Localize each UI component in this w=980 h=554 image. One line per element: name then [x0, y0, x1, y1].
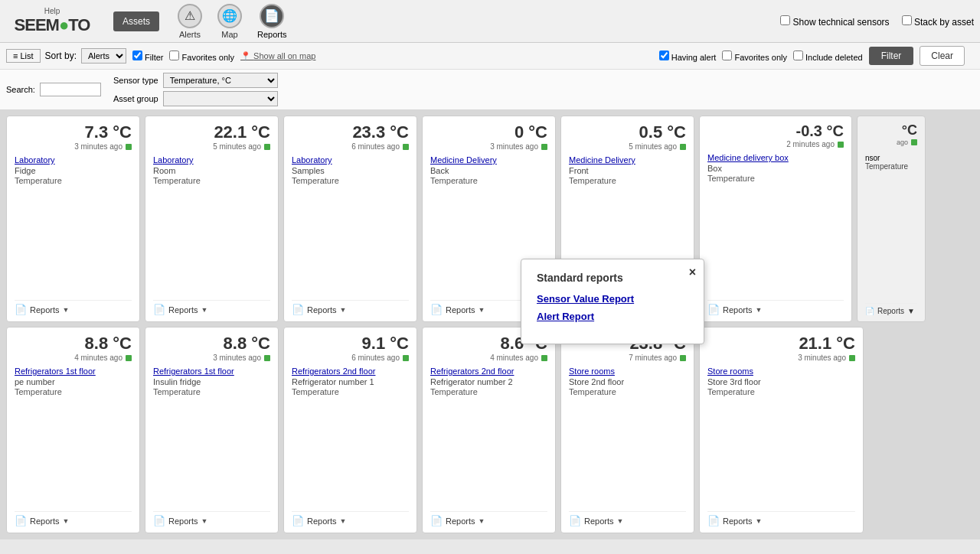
sensor-card-partial: °C ago nsor Temperature 📄 Reports ▼: [857, 116, 926, 322]
status-dot-7: [126, 355, 132, 361]
main-card-grid: 7.3 °C 3 minutes ago Laboratory Fidge Te…: [0, 109, 980, 539]
status-dot-4: [680, 144, 686, 150]
favorites-only-label[interactable]: Favorites only: [169, 51, 234, 62]
card-sub-0: Fidge: [15, 166, 132, 175]
sensor-card-2: 23.3 °C 6 minutes ago Laboratory Samples…: [283, 116, 417, 322]
list-icon: ≡: [13, 51, 18, 60]
filter-button[interactable]: Filter: [869, 47, 914, 65]
popup-close-button[interactable]: ×: [689, 266, 696, 279]
card-type-8: Temperature: [153, 387, 270, 396]
nav-reports[interactable]: 📄 Reports: [257, 4, 287, 39]
card-reports-1[interactable]: 📄 Reports ▼: [153, 300, 270, 315]
card-location-3[interactable]: Medicine Delivery: [430, 155, 547, 165]
alerts-label: Alerts: [179, 30, 201, 39]
alert-report-link[interactable]: Alert Report: [537, 311, 688, 322]
sensor-card-5: -0.3 °C 2 minutes ago Medicine delivery …: [699, 116, 852, 322]
card-reports-0[interactable]: 📄 Reports ▼: [15, 300, 132, 315]
favorites-only-checkbox[interactable]: [169, 51, 179, 60]
card-location-2[interactable]: Laboratory: [292, 155, 409, 165]
filter-checkbox-label[interactable]: Filter: [132, 51, 164, 62]
reports-doc-icon-11: 📄: [569, 515, 581, 526]
alerts-icon: ⚠: [178, 4, 202, 28]
card-time-9: 6 minutes ago: [292, 354, 409, 362]
card-sub-10: Refrigerator number 2: [430, 377, 547, 386]
assets-button[interactable]: Assets: [113, 11, 159, 31]
card-location-11[interactable]: Store rooms: [569, 367, 686, 376]
sensor-card-0: 7.3 °C 3 minutes ago Laboratory Fidge Te…: [6, 116, 140, 322]
search-input[interactable]: [40, 83, 101, 96]
favorites-only2-label[interactable]: Favorites only: [722, 51, 787, 62]
show-all-map-link[interactable]: 📍 Show all on map: [240, 51, 315, 61]
sensor-type-label: Sensor type: [113, 76, 158, 85]
having-alert-label[interactable]: Having alert: [659, 51, 717, 62]
sensor-type-select[interactable]: Temperature, °C: [163, 73, 278, 88]
status-dot-1: [264, 144, 270, 150]
include-deleted-checkbox[interactable]: [793, 51, 803, 60]
card-time-1: 5 minutes ago: [153, 142, 270, 151]
card-location-1[interactable]: Laboratory: [153, 155, 270, 165]
list-button[interactable]: ≡ List: [6, 49, 41, 63]
card-reports-12[interactable]: 📄 Reports ▼: [707, 511, 855, 526]
card-location-8[interactable]: Refrigerators 1st floor: [153, 367, 270, 376]
status-dot-0: [126, 144, 132, 150]
card-time-11: 7 minutes ago: [569, 354, 686, 362]
show-technical-label[interactable]: Show technical sensors: [780, 15, 889, 28]
card-reports-5[interactable]: 📄 Reports ▼: [707, 300, 844, 315]
card-value-0: 7.3 °C: [15, 122, 132, 142]
reports-dropdown-arrow-9: ▼: [340, 517, 347, 525]
card-reports-9[interactable]: 📄 Reports ▼: [292, 511, 409, 526]
card-reports-11[interactable]: 📄 Reports ▼: [569, 511, 686, 526]
reports-dropdown-arrow-11: ▼: [617, 517, 624, 525]
card-location-5[interactable]: Medicine delivery box: [707, 153, 844, 162]
reports-arrow-partial: ▼: [907, 307, 915, 315]
stack-by-asset-label[interactable]: Stack by asset: [902, 15, 974, 28]
card-time-5: 2 minutes ago: [707, 140, 844, 148]
having-alert-checkbox[interactable]: [659, 51, 669, 60]
card-type-12: Temperature: [707, 387, 855, 396]
card-reports-2[interactable]: 📄 Reports ▼: [292, 300, 409, 315]
include-deleted-label[interactable]: Include deleted: [793, 51, 863, 62]
card-reports-partial[interactable]: 📄 Reports ▼: [865, 303, 917, 315]
card-value-9: 9.1 °C: [292, 334, 409, 354]
favorites-only2-checkbox[interactable]: [722, 51, 732, 60]
card-type-1: Temperature: [153, 176, 270, 185]
card-value-2: 23.3 °C: [292, 122, 409, 142]
card-sub-5: Box: [707, 164, 844, 173]
card-value-5: -0.3 °C: [707, 122, 844, 140]
card-location-12[interactable]: Store rooms: [707, 367, 855, 376]
nav-icons: ⚠ Alerts 🌐 Map 📄 Reports: [178, 4, 287, 39]
nav-map[interactable]: 🌐 Map: [217, 4, 242, 39]
sensor-card-11: 23.8 °C 7 minutes ago Store rooms Store …: [560, 327, 694, 533]
stack-by-asset-checkbox[interactable]: [902, 15, 912, 25]
card-reports-10[interactable]: 📄 Reports ▼: [430, 511, 547, 526]
reports-doc-icon-0: 📄: [15, 304, 27, 315]
card-location-0[interactable]: Laboratory: [15, 155, 132, 165]
card-location-9[interactable]: Refrigerators 2nd floor: [292, 367, 409, 376]
reports-doc-icon-12: 📄: [707, 515, 720, 526]
list-sort-area: ≡ List Sort by: Alerts: [0, 48, 126, 64]
top-navigation: Help SEEM●TO Assets ⚠ Alerts 🌐 Map 📄 Rep…: [0, 0, 980, 43]
card-type-partial: Temperature: [865, 162, 917, 171]
status-dot-8: [264, 355, 270, 361]
asset-group-select[interactable]: [163, 91, 278, 106]
reports-label: Reports: [257, 30, 287, 39]
filter-checkbox[interactable]: [132, 51, 142, 60]
sort-select[interactable]: Alerts: [81, 48, 126, 64]
card-sub-4: Front: [569, 166, 686, 175]
card-reports-8[interactable]: 📄 Reports ▼: [153, 511, 270, 526]
show-technical-checkbox[interactable]: [780, 15, 790, 25]
card-reports-7[interactable]: 📄 Reports ▼: [15, 511, 132, 526]
card-location-7[interactable]: Refrigerators 1st floor: [15, 367, 132, 376]
app-logo: SEEM●TO: [15, 15, 90, 35]
nav-alerts[interactable]: ⚠ Alerts: [178, 4, 202, 39]
card-value-partial: °C: [865, 122, 917, 138]
help-label: Help: [44, 7, 60, 15]
card-time-10: 4 minutes ago: [430, 354, 547, 362]
card-location-10[interactable]: Refrigerators 2nd floor: [430, 367, 547, 376]
clear-button[interactable]: Clear: [920, 46, 965, 66]
reports-doc-icon-3: 📄: [430, 304, 443, 315]
sensor-value-report-link[interactable]: Sensor Value Report: [537, 293, 688, 305]
card-time-12: 3 minutes ago: [707, 354, 855, 362]
reports-icon: 📄: [260, 4, 284, 28]
card-location-4[interactable]: Medicine Delivery: [569, 155, 686, 165]
